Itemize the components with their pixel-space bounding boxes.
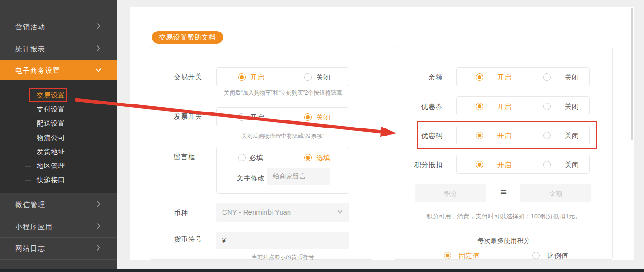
sidebar-item-marketing[interactable]: 营销活动 — [0, 16, 117, 38]
chevron-right-icon — [94, 245, 100, 251]
coupon-on-label[interactable]: 开启 — [497, 103, 512, 111]
sidebar-item-website-logs[interactable]: 网站日志 — [0, 238, 117, 259]
promotion-settings-card: 余额 开启 关闭 优惠券 开启 关闭 优惠码 开启 关闭 积分抵扣 — [394, 47, 613, 260]
max-points-fixed-label[interactable]: 固定值 — [459, 252, 480, 260]
trade-switch-off-radio[interactable] — [304, 73, 312, 81]
sidebar-item-delivery-settings[interactable]: 配送设置 — [0, 117, 117, 131]
trade-switch-off-label[interactable]: 关闭 — [316, 73, 330, 81]
sidebar-item-label: 微信管理 — [15, 200, 45, 209]
chevron-down-icon — [95, 66, 101, 72]
invoice-switch-off-radio[interactable] — [304, 113, 312, 121]
max-points-ratio-radio[interactable] — [532, 252, 540, 259]
message-edit-label: 文字修改 — [237, 174, 265, 183]
balance-label: 余额 — [394, 73, 443, 82]
divider — [0, 193, 117, 193]
coupon-off-label[interactable]: 关闭 — [565, 103, 579, 111]
chevron-down-icon — [337, 208, 342, 213]
sidebar-item-label: 电子商务设置 — [15, 66, 60, 75]
sidebar-item-wechat-management[interactable]: 微信管理 — [0, 194, 117, 216]
currency-symbol-input[interactable] — [216, 232, 349, 249]
coupon-group: 开启 关闭 — [456, 96, 590, 115]
chevron-right-icon — [94, 45, 100, 51]
promo-code-on-radio[interactable] — [476, 132, 483, 139]
points-rate-note: 积分可用于消费，支付时可以选择如：100积分抵扣1元。 — [394, 212, 613, 221]
sidebar-item-region-management[interactable]: 地区管理 — [0, 159, 117, 173]
submenu-item-label: 物流公司 — [37, 134, 65, 142]
points-deduction-off-label[interactable]: 关闭 — [565, 161, 579, 169]
sidebar-item-transaction-settings[interactable]: 交易设置 — [0, 88, 117, 103]
sidebar: 营销活动 统计报表 电子商务设置 交易设置 支付设置 配送设置 物流公司 — [0, 0, 117, 269]
submenu-item-label: 配送设置 — [37, 120, 65, 128]
promo-code-off-radio[interactable] — [543, 132, 551, 139]
divider — [0, 259, 117, 260]
message-optional-label[interactable]: 选填 — [316, 154, 330, 162]
invoice-switch-note: 关闭后购物流程中将隐藏“发票项” — [216, 132, 349, 140]
invoice-switch-on-radio[interactable] — [238, 113, 246, 121]
message-text-input[interactable] — [267, 168, 330, 185]
app-root: 营销活动 统计报表 电子商务设置 交易设置 支付设置 配送设置 物流公司 — [0, 0, 644, 272]
trade-switch-label: 交易开关 — [174, 73, 202, 81]
sidebar-item-express-interface[interactable]: 快递接口 — [0, 173, 117, 187]
message-required-radio[interactable] — [238, 154, 246, 161]
promo-code-off-label[interactable]: 关闭 — [565, 132, 579, 140]
sidebar-item-label: 统计报表 — [15, 44, 45, 53]
balance-off-radio[interactable] — [543, 73, 551, 81]
submenu-item-label: 地区管理 — [37, 162, 65, 170]
promo-code-group: 开启 关闭 — [456, 126, 590, 144]
main-panel: 交易设置帮助文档 交易开关 开启 关闭 关闭后“加入购物车”和“立刻购买”2个按… — [130, 7, 634, 260]
chevron-right-icon — [94, 201, 100, 207]
message-box-group: 必填 选填 文字修改 — [216, 147, 349, 194]
balance-group: 开启 关闭 — [456, 67, 590, 86]
currency-select-value: CNY - Renminbi Yuan — [222, 208, 291, 216]
max-points-ratio-label[interactable]: 比例值 — [547, 252, 569, 260]
sidebar-item-logistics-company[interactable]: 物流公司 — [0, 131, 117, 145]
amount-input[interactable] — [520, 184, 591, 202]
sidebar-item-shipping-address[interactable]: 发货地址 — [0, 145, 117, 159]
points-deduction-on-radio[interactable] — [476, 161, 483, 168]
points-deduction-group: 开启 关闭 — [456, 155, 590, 174]
sidebar-item-miniprogram-apps[interactable]: 小程序应用 — [0, 216, 117, 237]
points-deduction-label: 积分抵扣 — [394, 161, 443, 169]
taskbar-edge — [0, 269, 644, 272]
chevron-right-icon — [94, 223, 100, 229]
points-input[interactable] — [415, 184, 486, 202]
coupon-off-radio[interactable] — [543, 103, 551, 110]
sidebar-item-label: 小程序应用 — [15, 222, 53, 231]
currency-symbol-label: 货币符号 — [174, 235, 202, 244]
coupon-on-radio[interactable] — [476, 103, 483, 110]
trade-switch-note: 关闭后“加入购物车”和“立刻购买”2个按钮将隐藏 — [216, 89, 349, 97]
help-doc-button[interactable]: 交易设置帮助文档 — [152, 31, 223, 44]
coupon-label: 优惠券 — [394, 103, 443, 111]
chevron-right-icon — [94, 23, 100, 29]
promo-code-on-label[interactable]: 开启 — [497, 132, 512, 140]
balance-on-label[interactable]: 开启 — [497, 73, 512, 81]
submenu-item-label: 支付设置 — [37, 105, 65, 114]
sidebar-item-reports[interactable]: 统计报表 — [0, 38, 117, 60]
message-required-label[interactable]: 必填 — [249, 154, 264, 162]
max-points-label: 每次最多使用积分 — [394, 237, 613, 245]
invoice-switch-group: 开启 关闭 — [216, 107, 349, 126]
scrollbar-thumb[interactable] — [631, 8, 633, 140]
promo-code-label: 优惠码 — [394, 132, 443, 140]
message-optional-radio[interactable] — [304, 154, 312, 161]
sidebar-item-label: 网站日志 — [15, 244, 45, 253]
message-box-label: 留言框 — [174, 153, 195, 161]
points-deduction-off-radio[interactable] — [543, 161, 551, 168]
currency-symbol-note: 当前站点显示的货币符号 — [216, 253, 349, 261]
balance-off-label[interactable]: 关闭 — [565, 73, 579, 81]
submenu-item-label: 交易设置 — [37, 91, 65, 100]
invoice-switch-on-label[interactable]: 开启 — [250, 113, 264, 121]
currency-select[interactable]: CNY - Renminbi Yuan — [216, 203, 349, 222]
max-points-fixed-radio[interactable] — [444, 252, 451, 259]
trade-switch-on-label[interactable]: 开启 — [250, 73, 264, 81]
balance-on-radio[interactable] — [476, 73, 483, 81]
currency-label: 币种 — [174, 209, 188, 217]
trade-switch-on-radio[interactable] — [238, 73, 246, 81]
sidebar-submenu: 交易设置 支付设置 配送设置 物流公司 发货地址 地区管理 快递接口 — [0, 80, 117, 193]
sidebar-item-payment-settings[interactable]: 支付设置 — [0, 103, 117, 117]
points-deduction-on-label[interactable]: 开启 — [497, 161, 512, 169]
submenu-item-label: 发货地址 — [37, 148, 65, 156]
invoice-switch-off-label[interactable]: 关闭 — [316, 113, 330, 121]
sidebar-item-label: 营销活动 — [15, 22, 45, 31]
sidebar-item-ecommerce-settings[interactable]: 电子商务设置 — [0, 60, 117, 80]
